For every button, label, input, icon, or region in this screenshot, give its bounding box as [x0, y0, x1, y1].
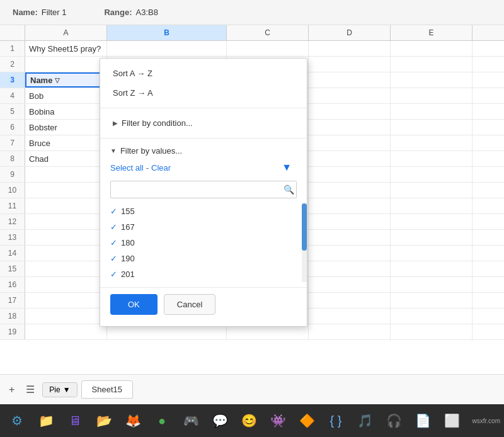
cell-f[interactable]	[472, 198, 504, 213]
cell-a[interactable]	[25, 246, 107, 261]
cell-f[interactable]	[472, 57, 504, 72]
cancel-button[interactable]: Cancel	[164, 294, 215, 315]
cell-e[interactable]	[391, 57, 472, 72]
sheet-tab-sheet15[interactable]: Sheet15	[81, 380, 133, 399]
cell-d[interactable]	[309, 72, 391, 88]
cell-b[interactable]	[107, 41, 227, 56]
cell-a[interactable]: Why Sheet15 pray?	[25, 41, 107, 56]
select-all-link[interactable]: Select all	[110, 163, 144, 173]
cell-a[interactable]	[25, 198, 107, 213]
cell-a[interactable]: Bobster	[25, 120, 107, 135]
cell-a[interactable]	[25, 183, 107, 198]
ok-button[interactable]: OK	[110, 294, 158, 315]
cell-d[interactable]	[309, 230, 391, 245]
face-icon[interactable]: 😊	[236, 407, 262, 434]
firefox-icon[interactable]: 🦊	[120, 407, 146, 434]
cell-e[interactable]	[391, 198, 472, 213]
sort-az-item[interactable]: Sort A → Z	[100, 64, 307, 83]
headset-icon[interactable]: 🎧	[381, 407, 407, 434]
apps-icon[interactable]: ⬜	[438, 407, 465, 434]
clear-link[interactable]: Clear	[151, 163, 171, 173]
cell-e[interactable]	[391, 293, 472, 308]
cell-a[interactable]: Bob	[25, 88, 107, 103]
cell-f[interactable]	[472, 167, 504, 182]
vlc-icon[interactable]: 🔶	[294, 407, 320, 434]
value-item[interactable]: ✓ 155	[110, 203, 297, 219]
cell-e[interactable]	[391, 183, 472, 198]
cell-d[interactable]	[309, 277, 391, 292]
cell-a[interactable]	[25, 261, 107, 276]
cell-e[interactable]	[391, 88, 472, 103]
cell-e[interactable]	[391, 277, 472, 292]
skype-icon[interactable]: 💬	[207, 407, 233, 434]
value-item[interactable]: ✓ 167	[110, 219, 297, 235]
cell-d[interactable]	[309, 246, 391, 261]
cell-f[interactable]	[472, 120, 504, 135]
cell-e[interactable]	[391, 230, 472, 245]
cell-d[interactable]	[309, 41, 391, 56]
cell-d[interactable]	[309, 214, 391, 229]
value-item[interactable]: ✓ 190	[110, 251, 297, 266]
game-icon[interactable]: 👾	[265, 407, 291, 434]
cell-d[interactable]	[309, 57, 391, 72]
cell-d[interactable]	[309, 120, 391, 135]
cell-e[interactable]	[391, 309, 472, 324]
cell-a[interactable]	[25, 293, 107, 308]
cell-f[interactable]	[472, 309, 504, 324]
scrollbar-thumb[interactable]	[302, 203, 307, 251]
cell-d[interactable]	[309, 104, 391, 119]
cell-d[interactable]	[309, 88, 391, 103]
folder-icon[interactable]: 📂	[91, 407, 117, 434]
pie-button[interactable]: Pie ▼	[42, 382, 77, 397]
cell-a[interactable]	[25, 324, 107, 339]
cell-e[interactable]	[391, 72, 472, 88]
cell-d[interactable]	[309, 324, 391, 339]
value-item[interactable]: ✓ 201	[110, 266, 297, 282]
cell-f[interactable]	[472, 230, 504, 245]
steam-icon[interactable]: 🎮	[178, 407, 204, 434]
chrome-icon[interactable]: ●	[149, 407, 175, 434]
cell-d[interactable]	[309, 293, 391, 308]
cell-f[interactable]	[472, 246, 504, 261]
cell-e[interactable]	[391, 135, 472, 150]
sheet-menu-button[interactable]: ☰	[22, 381, 38, 398]
settings-icon[interactable]: ⚙	[4, 407, 30, 434]
cell-f[interactable]	[472, 183, 504, 198]
cell-e[interactable]	[391, 324, 472, 339]
cell-a[interactable]	[25, 57, 107, 72]
search-icon[interactable]: 🔍	[284, 184, 294, 195]
code-icon[interactable]: { }	[323, 407, 349, 434]
cell-a[interactable]: Bobina	[25, 104, 107, 119]
value-item[interactable]: ✓ 180	[110, 235, 297, 251]
cell-f[interactable]	[472, 277, 504, 292]
cell-d[interactable]	[309, 183, 391, 198]
cell-e[interactable]	[391, 120, 472, 135]
cell-d[interactable]	[309, 151, 391, 166]
cell-f[interactable]	[472, 151, 504, 166]
cell-d[interactable]	[309, 167, 391, 182]
cell-e[interactable]	[391, 41, 472, 56]
cell-c[interactable]	[227, 41, 309, 56]
cell-f[interactable]	[472, 88, 504, 103]
cell-a[interactable]	[25, 167, 107, 182]
cell-e[interactable]	[391, 104, 472, 119]
cell-f[interactable]	[472, 214, 504, 229]
cell-a[interactable]: Bruce	[25, 135, 107, 150]
filter-by-condition-item[interactable]: ▶ Filter by condition...	[100, 113, 307, 133]
sort-za-item[interactable]: Sort Z → A	[100, 83, 307, 103]
cell-a[interactable]	[25, 309, 107, 324]
cell-a[interactable]: Name▽	[25, 72, 107, 88]
xfce-icon[interactable]: 🖥	[62, 407, 88, 434]
cell-d[interactable]	[309, 135, 391, 150]
cell-a[interactable]	[25, 214, 107, 229]
search-input[interactable]	[110, 181, 297, 198]
cell-f[interactable]	[472, 324, 504, 339]
cell-e[interactable]	[391, 214, 472, 229]
cell-f[interactable]	[472, 135, 504, 150]
cell-f[interactable]	[472, 72, 504, 88]
cell-a[interactable]	[25, 230, 107, 245]
music-icon[interactable]: 🎵	[352, 407, 378, 434]
cell-d[interactable]	[309, 198, 391, 213]
cell-e[interactable]	[391, 246, 472, 261]
cell-a[interactable]	[25, 277, 107, 292]
